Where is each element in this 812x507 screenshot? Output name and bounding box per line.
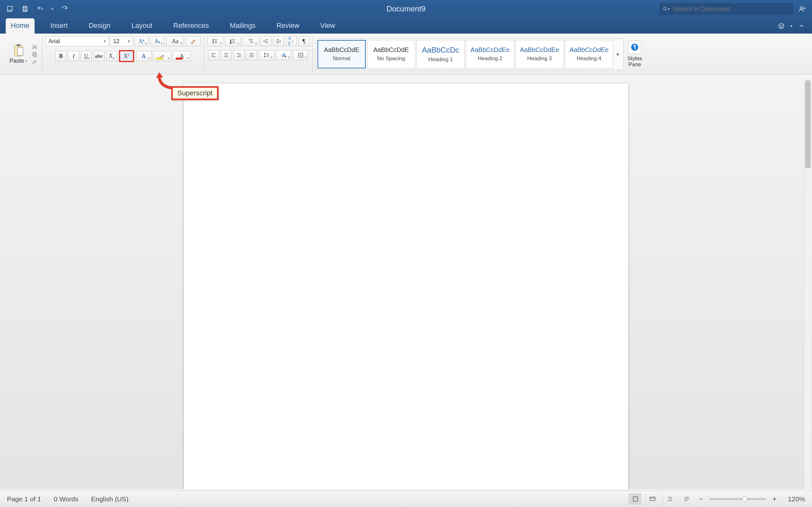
search-input[interactable] — [672, 5, 790, 13]
style-name-label: Heading 3 — [527, 55, 552, 62]
change-case-button[interactable]: Aa — [166, 36, 184, 46]
style-preview: AaBbCcDdE — [324, 46, 359, 54]
style-heading-1[interactable]: AaBbCcDcHeading 1 — [416, 40, 465, 68]
justify-button[interactable] — [246, 50, 257, 60]
collapse-ribbon-icon[interactable] — [796, 20, 808, 32]
align-right-button[interactable] — [234, 50, 244, 60]
redo-icon[interactable] — [58, 3, 70, 14]
view-print-layout-icon[interactable] — [629, 493, 641, 505]
search-box[interactable]: ▾ — [660, 3, 793, 14]
highlight-color-button[interactable] — [153, 51, 171, 61]
vertical-scrollbar[interactable] — [804, 78, 811, 489]
zoom-in-button[interactable]: + — [771, 495, 778, 503]
multilevel-list-button[interactable] — [243, 36, 258, 46]
text-effects-button[interactable]: A — [136, 51, 151, 61]
increase-indent-button[interactable] — [273, 36, 284, 46]
svg-rect-0 — [8, 6, 12, 12]
group-paragraph: 123 AZ ¶ — [204, 36, 313, 72]
sort-button[interactable]: AZ — [286, 36, 297, 46]
underline-button[interactable]: U — [81, 51, 92, 61]
style-normal[interactable]: AaBbCcDdENormal — [317, 40, 366, 68]
superscript-button[interactable]: X2 — [119, 50, 134, 62]
align-left-button[interactable] — [208, 50, 219, 60]
grow-font-button[interactable]: A▴ — [135, 36, 148, 46]
svg-line-5 — [666, 9, 667, 10]
svg-point-21 — [213, 39, 214, 40]
borders-button[interactable] — [293, 50, 308, 60]
styles-gallery: AaBbCcDdENormal AaBbCcDdENo Spacing AaBb… — [316, 38, 623, 70]
undo-icon[interactable] — [34, 3, 46, 14]
style-name-label: Normal — [333, 55, 351, 62]
numbering-button[interactable]: 123 — [225, 36, 241, 46]
svg-point-6 — [800, 7, 803, 9]
style-preview: AaBbCcDc — [422, 46, 459, 55]
tab-insert[interactable]: Insert — [45, 18, 73, 34]
zoom-percent[interactable]: 120% — [783, 495, 805, 503]
status-language[interactable]: English (US) — [91, 495, 129, 503]
style-preview: AaBbCcDdEe — [470, 46, 509, 54]
style-heading-4[interactable]: AaBbCcDdEeHeading 4 — [565, 40, 613, 68]
bold-button[interactable]: B — [55, 51, 66, 61]
shading-button[interactable] — [276, 50, 291, 60]
tab-references[interactable]: References — [168, 18, 214, 34]
tab-home[interactable]: Home — [6, 18, 35, 34]
svg-rect-2 — [24, 6, 26, 8]
view-outline-icon[interactable] — [663, 493, 676, 505]
paste-label: Paste — [9, 58, 24, 64]
svg-rect-13 — [16, 44, 20, 46]
zoom-slider[interactable] — [709, 498, 766, 500]
font-name-combo[interactable]: Arial▾ — [46, 36, 108, 46]
show-paragraph-marks-button[interactable]: ¶ — [299, 36, 309, 46]
view-draft-icon[interactable] — [680, 493, 693, 505]
ribbon-home: Paste▾ Arial▾ 12▾ A▴ A▾ Aa B I U abc X2 … — [0, 34, 812, 75]
styles-pane-label-1: Styles — [627, 55, 642, 61]
feedback-smiley-icon[interactable] — [775, 20, 787, 32]
tab-mailings[interactable]: Mailings — [225, 18, 261, 34]
italic-button[interactable]: I — [68, 51, 79, 61]
styles-pane-label-2: Pane — [628, 61, 641, 67]
zoom-out-button[interactable]: − — [697, 495, 705, 503]
font-name-value: Arial — [49, 38, 60, 45]
copy-icon[interactable] — [30, 51, 39, 57]
status-word-count[interactable]: 0 Words — [54, 495, 78, 503]
paste-button[interactable]: Paste▾ — [8, 43, 28, 65]
style-heading-2[interactable]: AaBbCcDdEeHeading 2 — [466, 40, 514, 68]
zoom-slider-thumb[interactable] — [742, 497, 747, 502]
styles-pane-button[interactable]: ¶ StylesPane — [625, 41, 644, 67]
shrink-font-button[interactable]: A▾ — [150, 36, 164, 46]
status-page[interactable]: Page 1 of 1 — [7, 495, 41, 503]
align-center-button[interactable] — [221, 50, 232, 60]
style-name-label: Heading 4 — [577, 55, 601, 62]
line-spacing-button[interactable] — [259, 50, 274, 60]
strikethrough-button[interactable]: abc — [94, 51, 104, 61]
view-web-layout-icon[interactable] — [646, 493, 658, 505]
clear-formatting-button[interactable] — [186, 36, 200, 46]
style-heading-3[interactable]: AaBbCcDdEeHeading 3 — [515, 40, 564, 68]
share-icon[interactable] — [796, 3, 808, 14]
document-canvas[interactable] — [0, 77, 812, 489]
font-size-combo[interactable]: 12▾ — [110, 36, 133, 46]
styles-more-icon[interactable]: ▸ — [614, 40, 622, 68]
tab-layout[interactable]: Layout — [126, 18, 157, 34]
font-size-value: 12 — [113, 38, 119, 45]
tab-view[interactable]: View — [315, 18, 340, 34]
tab-design[interactable]: Design — [84, 18, 115, 34]
status-bar: Page 1 of 1 0 Words English (US) − + 120… — [0, 491, 812, 507]
svg-point-9 — [779, 23, 784, 29]
undo-dropdown-icon[interactable] — [49, 3, 55, 14]
scrollbar-thumb[interactable] — [805, 80, 811, 169]
style-preview: AaBbCcDdEe — [520, 46, 559, 54]
page[interactable] — [184, 83, 628, 489]
format-painter-icon[interactable] — [30, 59, 39, 65]
save-icon[interactable] — [19, 3, 31, 14]
styles-pane-icon: ¶ — [628, 41, 641, 54]
subscript-button[interactable]: X2 — [106, 51, 117, 61]
cut-icon[interactable] — [30, 43, 39, 50]
bullets-button[interactable] — [207, 36, 223, 46]
tablet-view-icon[interactable] — [4, 3, 16, 14]
font-color-button[interactable]: A — [173, 51, 191, 61]
decrease-indent-button[interactable] — [260, 36, 271, 46]
svg-point-23 — [213, 41, 214, 42]
style-no-spacing[interactable]: AaBbCcDdENo Spacing — [367, 40, 415, 68]
tab-review[interactable]: Review — [271, 18, 304, 34]
